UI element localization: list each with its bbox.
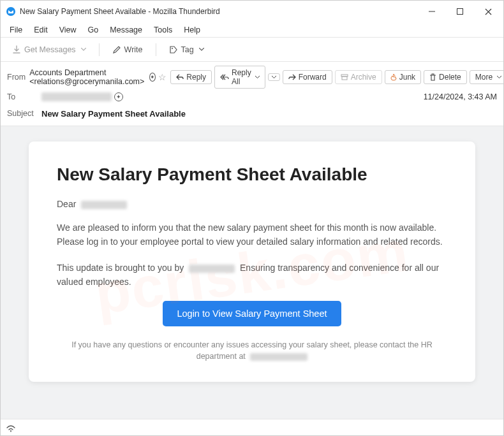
chevron-down-icon (199, 48, 204, 51)
titlebar: New Salary Payment Sheet Available - Moz… (1, 1, 503, 22)
menubar: File Edit View Go Message Tools Help (1, 22, 503, 38)
from-value: Accounts Department <relations@groceryma… (29, 68, 167, 86)
tag-label: Tag (181, 45, 194, 54)
contact-icon[interactable]: ✦ (114, 92, 123, 101)
junk-button[interactable]: Junk (385, 70, 421, 84)
star-icon[interactable]: ☆ (158, 72, 167, 82)
footer-note: If you have any questions or encounter a… (57, 339, 447, 363)
download-icon (12, 45, 21, 54)
tag-icon (169, 45, 178, 54)
pencil-icon (112, 45, 121, 54)
write-button[interactable]: Write (106, 42, 149, 57)
menu-file[interactable]: File (4, 24, 27, 36)
tag-button[interactable]: Tag (163, 42, 211, 57)
reply-all-icon (220, 74, 229, 80)
svg-rect-2 (457, 9, 463, 15)
timestamp: 11/24/2024, 3:43 AM (424, 92, 497, 101)
archive-icon (341, 74, 348, 80)
get-messages-button[interactable]: Get Messages (6, 42, 93, 57)
connection-icon[interactable] (6, 423, 16, 432)
message-actions: Reply Reply All Forward Archive Junk Del… (170, 66, 504, 89)
email-heading: New Salary Payment Sheet Available (57, 164, 447, 185)
paragraph-2: This update is brought to you by Ensurin… (57, 261, 447, 289)
menu-tools[interactable]: Tools (149, 24, 177, 36)
more-button[interactable]: More (470, 70, 504, 84)
menu-help[interactable]: Help (179, 24, 205, 36)
thunderbird-icon (6, 6, 16, 17)
redacted-name (81, 201, 127, 209)
from-address[interactable]: Accounts Department <relations@groceryma… (29, 68, 147, 86)
forward-icon (288, 74, 296, 80)
minimize-button[interactable] (418, 2, 446, 21)
contact-icon[interactable]: ✦ (149, 73, 156, 82)
redacted-recipient (41, 92, 112, 101)
message-body: pcrisk.com New Salary Payment Sheet Avai… (1, 126, 503, 419)
get-messages-label: Get Messages (24, 45, 76, 54)
close-button[interactable] (474, 2, 502, 21)
chevron-down-icon (497, 76, 501, 78)
svg-point-8 (10, 430, 11, 432)
subject-label: Subject (7, 109, 38, 118)
delete-button[interactable]: Delete (424, 70, 467, 84)
archive-button[interactable]: Archive (335, 70, 382, 84)
email-card: New Salary Payment Sheet Available Dear … (29, 142, 475, 382)
window-title: New Salary Payment Sheet Available - Moz… (20, 7, 418, 16)
toolbar: Get Messages Write Tag (1, 38, 503, 62)
paragraph-1: We are pleased to inform you that the ne… (57, 221, 447, 249)
chevron-down-icon (255, 76, 260, 78)
reply-all-dropdown[interactable] (268, 73, 280, 81)
reply-icon (176, 74, 184, 80)
subject-value: New Salary Payment Sheet Available (41, 109, 497, 119)
write-label: Write (124, 45, 143, 54)
greeting: Dear (57, 199, 447, 209)
menu-edit[interactable]: Edit (29, 24, 53, 36)
separator (156, 43, 156, 56)
login-button[interactable]: Login to View Salary Payment Sheet (163, 301, 341, 326)
to-value: ✦ (41, 92, 420, 101)
message-headers: From Accounts Department <relations@groc… (1, 62, 503, 126)
statusbar (1, 419, 503, 435)
menu-view[interactable]: View (54, 24, 82, 36)
reply-all-button[interactable]: Reply All (214, 66, 265, 89)
svg-rect-7 (342, 76, 347, 80)
reply-button[interactable]: Reply (170, 70, 212, 84)
maximize-button[interactable] (446, 2, 474, 21)
menu-go[interactable]: Go (83, 24, 104, 36)
svg-point-5 (172, 48, 173, 49)
chevron-down-icon (81, 48, 86, 51)
flame-icon (390, 73, 397, 81)
separator (99, 43, 100, 56)
redacted-contact (250, 353, 308, 361)
svg-point-0 (6, 7, 15, 16)
redacted-company (189, 265, 235, 273)
from-label: From (7, 73, 26, 82)
forward-button[interactable]: Forward (283, 70, 332, 84)
window-controls (418, 2, 502, 21)
trash-icon (429, 73, 436, 81)
menu-message[interactable]: Message (105, 24, 147, 36)
to-label: To (7, 92, 38, 101)
